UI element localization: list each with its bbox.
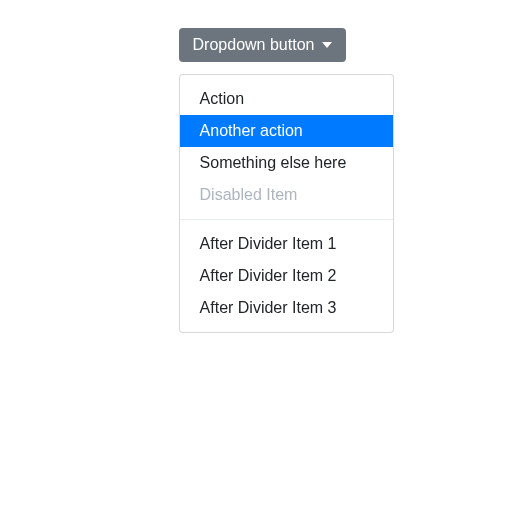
dropdown-item-after-divider-3[interactable]: After Divider Item 3 (180, 292, 393, 324)
dropdown-item-action[interactable]: Action (180, 83, 393, 115)
dropdown-item-label: After Divider Item 2 (200, 267, 337, 284)
dropdown-item-disabled: Disabled Item (180, 179, 393, 211)
dropdown-toggle-button[interactable]: Dropdown button (179, 28, 347, 62)
dropdown-item-label: Another action (200, 122, 303, 139)
dropdown-item-label: Action (200, 90, 244, 107)
dropdown-item-label: Disabled Item (200, 186, 298, 203)
dropdown-menu: Action Another action Something else her… (179, 74, 394, 333)
dropdown-item-label: After Divider Item 1 (200, 235, 337, 252)
dropdown-toggle-label: Dropdown button (193, 36, 315, 54)
dropdown-item-another-action[interactable]: Another action (180, 115, 393, 147)
caret-down-icon (322, 42, 332, 48)
dropdown-item-after-divider-2[interactable]: After Divider Item 2 (180, 260, 393, 292)
dropdown: Dropdown button Action Another action So… (179, 28, 347, 62)
page-container: Dropdown button Action Another action So… (0, 0, 525, 62)
dropdown-item-something-else[interactable]: Something else here (180, 147, 393, 179)
dropdown-item-label: After Divider Item 3 (200, 299, 337, 316)
dropdown-item-after-divider-1[interactable]: After Divider Item 1 (180, 228, 393, 260)
dropdown-divider (180, 219, 393, 220)
dropdown-item-label: Something else here (200, 154, 347, 171)
